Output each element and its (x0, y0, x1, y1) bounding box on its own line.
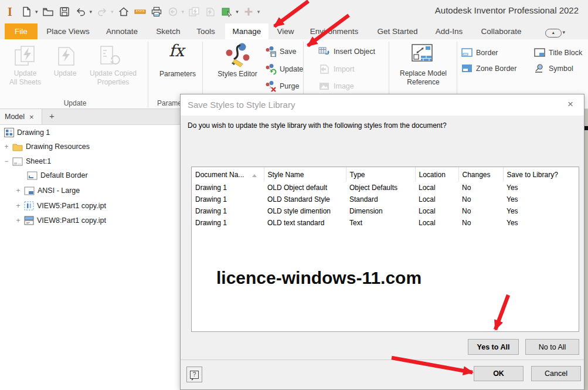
border-button[interactable]: Border (461, 46, 498, 59)
insert-object-button[interactable]: Insert Object (318, 45, 375, 58)
tab-annotate[interactable]: Annotate (100, 23, 144, 39)
styles-editor-icon[interactable] (224, 42, 251, 70)
tree-item-sheet1[interactable]: − Sheet:1 (4, 156, 51, 167)
update-all-sheets-button: UpdateAll Sheets (4, 69, 47, 87)
save-styles-dialog: Save Styles to Style Library × Do you wi… (180, 94, 584, 390)
table-row[interactable]: Drawing 1OLD Object defaultObject Defaul… (192, 182, 579, 194)
tab-manage[interactable]: Manage (225, 23, 268, 39)
tab-environments[interactable]: Environments (303, 23, 366, 39)
style-update-icon (265, 63, 277, 75)
replace-model-reference-button[interactable]: Replace ModelReference (390, 69, 456, 87)
style-save-button[interactable]: Save (265, 45, 297, 58)
zone-border-button[interactable]: Zone Border (461, 62, 516, 75)
expand-icon[interactable]: + (15, 186, 21, 195)
help-button[interactable]: ? (186, 367, 202, 382)
expand-icon[interactable]: + (15, 202, 21, 210)
style-purge-button[interactable]: Purge (265, 80, 299, 93)
default-border-icon (27, 171, 38, 180)
help-icon: ? (190, 371, 199, 379)
col-type[interactable]: Type (346, 167, 415, 182)
ribbon-collapse-icon[interactable]: ▴ (545, 29, 562, 38)
title-block-label: Title Block (549, 49, 582, 57)
title-block-button[interactable]: Title Block (533, 46, 588, 59)
tab-tools[interactable]: Tools (191, 23, 220, 39)
select-dropdown-icon[interactable]: ▾ (236, 9, 239, 15)
ok-button[interactable]: OK (474, 366, 524, 381)
open-file-icon[interactable] (42, 5, 55, 19)
tree-item-label: Drawing 1 (17, 128, 50, 137)
tab-place-views[interactable]: Place Views (43, 23, 93, 39)
style-update-button[interactable]: Update (265, 63, 303, 76)
select-icon[interactable] (220, 5, 233, 19)
table-row[interactable]: Drawing 1OLD text standardTextLocalNoYes (192, 217, 579, 229)
browser-tab-add-icon[interactable]: + (49, 111, 55, 121)
dialog-close-icon[interactable]: × (564, 99, 577, 110)
styles-editor-button[interactable]: Styles Editor (205, 70, 270, 79)
new-file-dropdown-icon[interactable]: ▾ (35, 9, 38, 15)
update-copied-properties-icon (96, 44, 123, 69)
update-copied-properties-button: Update CopiedProperties (81, 69, 145, 87)
style-save-icon (265, 46, 277, 57)
col-save-to-library[interactable]: Save to Library? (503, 167, 579, 182)
folder-icon (12, 143, 23, 151)
tree-item-view8[interactable]: + VIEW8:Part1 copy.ipt (15, 215, 106, 226)
title-bar: I ▾ ▾ ▾ ▾ ▾ ▾ Autodesk Inventor Professi… (0, 0, 588, 23)
style-save-label: Save (280, 48, 297, 56)
update-icon (54, 44, 77, 69)
drawing-icon (4, 128, 14, 137)
global-update-icon (204, 5, 217, 19)
replace-model-reference-icon[interactable] (410, 43, 439, 69)
no-to-all-button[interactable]: No to All (525, 339, 579, 355)
browser-tab-close-icon[interactable]: × (29, 113, 34, 121)
browser-tab-model[interactable]: Model × (0, 109, 42, 124)
zone-border-label: Zone Border (476, 65, 516, 73)
tree-item-default-border[interactable]: Default Border (27, 170, 88, 181)
border-icon (461, 48, 473, 58)
collapse-icon[interactable]: − (4, 157, 9, 165)
ribbon-collapse-control[interactable]: ▴ ▾ (542, 23, 569, 39)
image-icon (318, 80, 331, 92)
expand-icon[interactable]: + (15, 216, 21, 225)
undo-dropdown-icon[interactable]: ▾ (90, 9, 93, 15)
print-icon[interactable] (150, 5, 163, 19)
parameters-button[interactable]: Parameters (152, 70, 203, 79)
tree-item-ansi-large[interactable]: + ANSI - Large (15, 185, 80, 196)
table-row[interactable]: Drawing 1OLD Standard StyleStandardLocal… (192, 194, 579, 205)
parameters-fx-icon[interactable]: fx (169, 41, 184, 60)
tab-get-started[interactable]: Get Started (373, 23, 422, 39)
tree-item-label: Drawing Resources (26, 143, 90, 151)
measure-icon[interactable] (134, 5, 147, 19)
table-header-row: Document Na... Style Name Type Location … (192, 167, 579, 182)
tree-item-label: VIEW5:Part1 copy.ipt (37, 202, 106, 210)
tab-collaborate[interactable]: Collaborate (476, 23, 526, 39)
update-group-label: Update (5, 98, 145, 108)
style-purge-label: Purge (280, 82, 299, 90)
table-row[interactable]: Drawing 1OLD style dimentionDimensionLoc… (192, 205, 579, 217)
cancel-button[interactable]: Cancel (531, 366, 581, 381)
inventor-logo-icon: I (4, 5, 16, 19)
undo-icon[interactable] (74, 5, 87, 19)
tree-item-drawing1[interactable]: Drawing 1 (4, 127, 50, 138)
tab-file[interactable]: File (5, 23, 38, 39)
col-style-name[interactable]: Style Name (264, 167, 346, 182)
col-changes[interactable]: Changes (458, 167, 503, 182)
ribbon-collapse-dropdown-icon[interactable]: ▾ (563, 29, 566, 35)
tab-view[interactable]: View (272, 23, 299, 39)
window-title: Autodesk Inventor Professional 2022 (435, 5, 579, 15)
tree-item-view5[interactable]: + VIEW5:Part1 copy.ipt (15, 201, 106, 211)
col-location[interactable]: Location (415, 167, 458, 182)
inventor-window: I ▾ ▾ ▾ ▾ ▾ ▾ Autodesk Inventor Professi… (0, 0, 588, 390)
tab-add-ins[interactable]: Add-Ins (429, 23, 469, 39)
tab-sketch[interactable]: Sketch (150, 23, 186, 39)
symbol-button[interactable]: Symbol (533, 62, 573, 75)
yes-to-all-button[interactable]: Yes to All (468, 339, 519, 355)
add-dropdown-icon: ▾ (257, 9, 260, 15)
expand-icon[interactable]: + (4, 143, 9, 151)
new-file-icon[interactable] (20, 5, 33, 19)
save-icon[interactable] (58, 5, 71, 19)
tree-item-drawing-resources[interactable]: + Drawing Resources (4, 141, 90, 152)
home-icon[interactable] (117, 5, 130, 19)
symbol-label: Symbol (549, 65, 573, 73)
col-document-name[interactable]: Document Na... (192, 167, 264, 182)
insert-object-label: Insert Object (334, 48, 375, 56)
